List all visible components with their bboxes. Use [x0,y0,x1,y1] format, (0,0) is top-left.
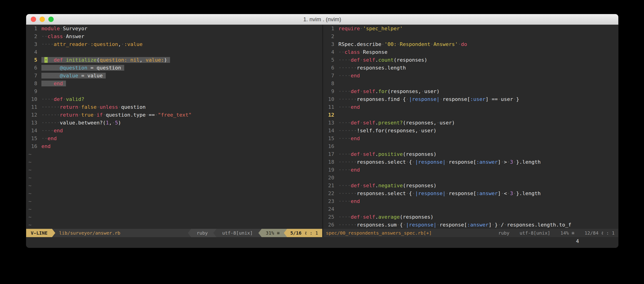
zoom-button[interactable] [48,17,54,22]
window-title: 1. nvim . (nvim) [26,16,618,23]
code-line: 14····end [26,127,322,135]
line-number: 11 [323,103,338,111]
code-line: 12 [323,111,618,119]
code-line: 1module·Surveyor [26,25,322,32]
line-number: 17 [323,150,338,158]
line-number: 2 [323,32,338,40]
code-line: 6······@question·=·question [26,64,322,72]
mode-indicator: V-LINE [26,229,52,237]
line-number: 10 [323,95,338,103]
code-line: 7····end [323,72,618,80]
line-number: 20 [323,174,338,182]
line-number: 15 [26,135,42,142]
code-line: 15····end [323,135,618,142]
encoding-indicator: utf-8[unix] [514,229,555,237]
code-line: 23····end [323,197,618,205]
line-number: 3 [323,40,338,48]
code-line: 2 [323,32,618,40]
line-number: 18 [323,158,338,166]
line-number: 6 [26,64,42,72]
line-number: 23 [323,197,338,205]
code-area-left[interactable]: 1module·Surveyor2··class·Answer3····attr… [26,25,322,229]
tilde-line: ~ [26,166,322,174]
line-number: 25 [323,213,338,221]
code-line: 22······responses.select·{·|response|·re… [323,190,618,197]
code-line: 8····end [26,80,322,88]
code-line: 10······responses.find·{·|response|·resp… [323,95,618,103]
line-number: 13 [26,119,42,127]
code-line: 12······return·true·if·question.type·==·… [26,111,322,119]
line-number: 3 [26,40,42,48]
line-number: 12 [323,111,338,119]
code-line: 4 [26,48,322,56]
line-number: 8 [323,80,338,88]
code-line: 25····def·self.average(responses) [323,213,618,221]
tilde-line: ~ [26,174,322,182]
code-line: 16 [323,142,618,150]
code-line: 18······responses.select·{·|response|·re… [323,158,618,166]
statusbar-left: V-LINE lib/surveyor/answer.rb ruby utf-8… [26,229,322,237]
file-path: lib/surveyor/answer.rb [55,229,124,237]
powerline-separator-icon [284,229,287,237]
line-number: 7 [323,72,338,80]
close-button[interactable] [31,17,36,22]
code-line: 21····def·self.negative(responses) [323,182,618,190]
editor-splits: 1module·Surveyor2··class·Answer3····attr… [26,25,618,237]
code-line: 15··end [26,135,322,142]
code-line: 5····def·initialize(question:·nil,·value… [26,56,322,64]
code-line: 16end [26,142,322,150]
code-line: 17····def·self.positive(responses) [323,150,618,158]
powerline-separator-icon [188,229,191,237]
tilde-line: ~ [26,158,322,166]
code-line: 5····def·self.count(responses) [323,56,618,64]
line-number: 22 [323,190,338,197]
minimize-button[interactable] [40,17,45,22]
code-line: 13····def·self.present?(responses,·user) [323,119,618,127]
line-number: 1 [323,25,338,32]
code-line: 1require·'spec_helper' [323,25,618,32]
tilde-line: ~ [26,213,322,221]
line-number: 13 [323,119,338,127]
code-line: 2··class·Answer [26,32,322,40]
line-count: 5/16 [290,230,302,236]
line-number: 24 [323,205,338,213]
encoding-indicator: utf-8[unix] [216,229,258,237]
code-line: 3····attr_reader·:question,·:value [26,40,322,48]
line-number: 11 [26,103,42,111]
code-area-right[interactable]: 1require·'spec_helper'23RSpec.describe·'… [323,25,618,229]
powerline-separator-icon [213,229,216,237]
line-number: 10 [26,95,42,103]
tilde-line: ~ [26,197,322,205]
pending-command: 4 [576,238,579,244]
line-number: 7 [26,72,42,80]
titlebar[interactable]: 1. nvim . (nvim) [26,14,618,25]
code-line: 26······responses.sum·{·|response|·respo… [323,221,618,229]
cursor-position: 12/84 ℓ : 1 [580,229,618,237]
line-number: 16 [323,142,338,150]
code-line: 20 [323,174,618,182]
code-line: 3RSpec.describe·'00:·Respondent·Answers'… [323,40,618,48]
code-line: 11····end [323,103,618,111]
line-number: 4 [323,48,338,56]
pane-left: 1module·Surveyor2··class·Answer3····attr… [26,25,322,237]
line-number: 14 [26,127,42,135]
line-number: 2 [26,32,42,40]
file-path: spec/00_respondents_answers_spec.rb[+] [323,229,435,237]
code-line: 8 [323,80,618,88]
line-number: 6 [323,64,338,72]
powerline-separator-icon [52,229,55,237]
code-line: 14······!self.for(responses,·user) [323,127,618,135]
filetype-indicator: ruby [191,229,213,237]
code-line: 6······responses.length [323,64,618,72]
line-number: 12 [26,111,42,119]
line-number: 8 [26,80,42,88]
scroll-percent: 31% ≡ [262,229,284,237]
code-line: 13······value.between?(1,·5) [26,119,322,127]
tilde-line: ~ [26,221,322,229]
scroll-percent: 14% ≡ [556,229,580,237]
statusbar-right: spec/00_respondents_answers_spec.rb[+] r… [323,229,618,237]
line-number: 5 [323,56,338,64]
code-line: 11······return·false·unless·question [26,103,322,111]
line-number: 14 [323,127,338,135]
command-line: 4 [26,237,618,248]
